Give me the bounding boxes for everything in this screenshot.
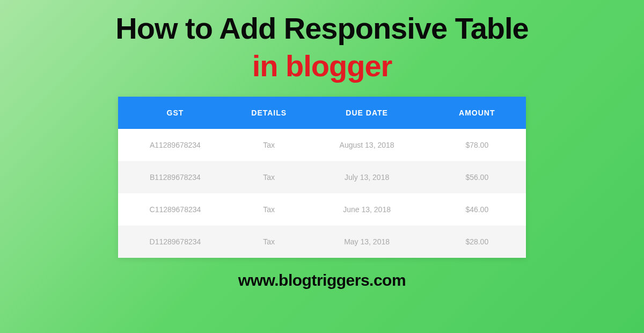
table-row: B11289678234 Tax July 13, 2018 $56.00 bbox=[118, 161, 526, 193]
cell-gst: C11289678234 bbox=[118, 193, 232, 226]
cell-details: Tax bbox=[232, 193, 306, 226]
title-line-1: How to Add Responsive Table bbox=[115, 11, 529, 46]
cell-duedate: June 13, 2018 bbox=[306, 193, 428, 226]
cell-amount: $56.00 bbox=[428, 161, 526, 193]
cell-details: Tax bbox=[232, 129, 306, 161]
table-row: D11289678234 Tax May 13, 2018 $28.00 bbox=[118, 226, 526, 258]
cell-amount: $28.00 bbox=[428, 226, 526, 258]
cell-duedate: August 13, 2018 bbox=[306, 129, 428, 161]
cell-gst: B11289678234 bbox=[118, 161, 232, 193]
table-row: C11289678234 Tax June 13, 2018 $46.00 bbox=[118, 193, 526, 226]
cell-details: Tax bbox=[232, 226, 306, 258]
title-line-2: in blogger bbox=[252, 48, 392, 83]
cell-amount: $78.00 bbox=[428, 129, 526, 161]
table-header-row: GST DETAILS DUE DATE AMOUNT bbox=[118, 97, 526, 129]
header-duedate: DUE DATE bbox=[306, 97, 428, 129]
header-details: DETAILS bbox=[232, 97, 306, 129]
table-row: A11289678234 Tax August 13, 2018 $78.00 bbox=[118, 129, 526, 161]
cell-amount: $46.00 bbox=[428, 193, 526, 226]
footer-url: www.blogtriggers.com bbox=[238, 271, 406, 289]
cell-duedate: July 13, 2018 bbox=[306, 161, 428, 193]
header-amount: AMOUNT bbox=[428, 97, 526, 129]
cell-gst: D11289678234 bbox=[118, 226, 232, 258]
header-gst: GST bbox=[118, 97, 232, 129]
cell-duedate: May 13, 2018 bbox=[306, 226, 428, 258]
cell-details: Tax bbox=[232, 161, 306, 193]
cell-gst: A11289678234 bbox=[118, 129, 232, 161]
responsive-table: GST DETAILS DUE DATE AMOUNT A11289678234… bbox=[118, 97, 526, 258]
